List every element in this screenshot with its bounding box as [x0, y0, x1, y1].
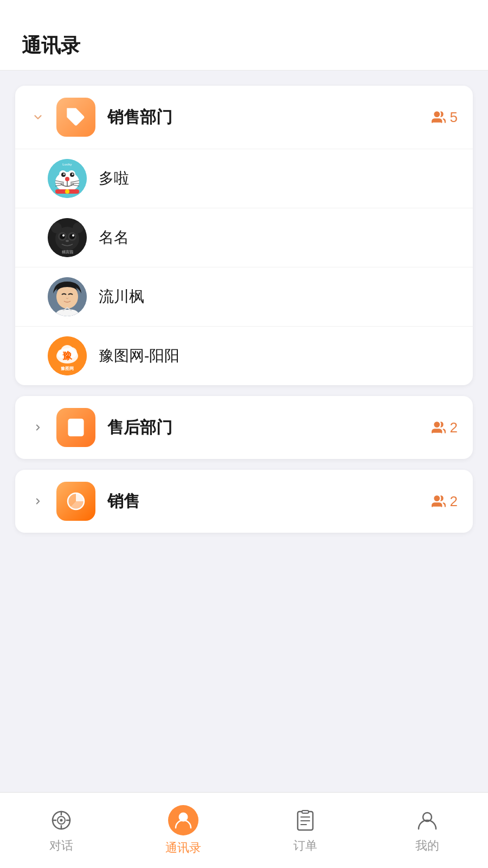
member-row-liuchuan[interactable]: 流川枫 — [15, 267, 473, 326]
svg-point-25 — [60, 234, 65, 239]
count-label-aftersales: 2 — [450, 419, 458, 436]
member-count-aftersales: 2 — [432, 419, 458, 436]
orders-icon — [292, 807, 318, 833]
member-count-xsgroup: 2 — [432, 493, 458, 510]
svg-point-9 — [72, 174, 74, 175]
svg-point-27 — [62, 234, 65, 237]
dept-name-xsgroup: 销售 — [107, 490, 432, 513]
dept-name-sales: 销售部门 — [107, 106, 432, 129]
dept-card-sales: 销售部门 5 — [15, 86, 473, 385]
svg-point-29 — [66, 240, 69, 242]
member-count-sales: 5 — [432, 109, 458, 126]
dept-header-aftersales[interactable]: 售后部门 2 — [15, 396, 473, 459]
svg-text:稿宫园: 稿宫园 — [61, 250, 73, 254]
svg-point-8 — [63, 174, 65, 175]
svg-point-28 — [72, 234, 74, 237]
svg-point-48 — [434, 422, 439, 427]
chevron-right-icon-xsgroup — [30, 494, 46, 509]
avatar-yutuwang: 豫 豫图网 — [48, 336, 87, 375]
member-name-mingming: 名名 — [99, 227, 129, 248]
member-name-yutuwang: 豫图网-阳阳 — [99, 346, 179, 366]
member-row-duola[interactable]: Lucky 多啦 — [15, 149, 473, 208]
nav-item-orders[interactable]: 订单 — [244, 802, 366, 859]
svg-text:豫图网: 豫图网 — [61, 366, 74, 371]
chevron-down-icon — [30, 110, 46, 125]
svg-point-19 — [65, 189, 69, 194]
dept-icon-aftersales — [56, 408, 95, 447]
nav-item-mine[interactable]: 我的 — [366, 802, 488, 859]
nav-label-contacts: 通讯录 — [165, 840, 201, 856]
member-row-yutuwang[interactable]: 豫 豫图网 豫图网-阳阳 — [15, 326, 473, 385]
nav-label-mine: 我的 — [415, 838, 439, 854]
svg-point-53 — [60, 819, 62, 821]
member-name-duola: 多啦 — [99, 168, 129, 189]
dept-icon-xsgroup — [56, 482, 95, 521]
svg-text:Lucky: Lucky — [62, 163, 72, 166]
nav-item-contacts[interactable]: 通讯录 — [122, 800, 244, 861]
svg-point-26 — [69, 234, 75, 239]
count-label-xsgroup: 2 — [450, 493, 458, 510]
dept-name-aftersales: 售后部门 — [107, 417, 432, 439]
dept-header-xsgroup[interactable]: 销售 2 — [15, 470, 473, 533]
bottom-navigation: 对话 通讯录 订单 — [0, 792, 488, 868]
main-content: 销售部门 5 — [0, 71, 488, 620]
dept-icon-sales — [56, 98, 95, 137]
nav-item-chat[interactable]: 对话 — [0, 802, 122, 859]
member-name-liuchuan: 流川枫 — [99, 286, 144, 307]
svg-point-10 — [65, 177, 69, 181]
page-title: 通讯录 — [22, 33, 466, 59]
page-header: 通讯录 — [0, 0, 488, 71]
dept-header-sales[interactable]: 销售部门 5 — [15, 86, 473, 149]
nav-label-chat: 对话 — [49, 838, 73, 854]
chat-icon — [48, 807, 74, 833]
dept-card-xsgroup: 销售 2 — [15, 470, 473, 533]
member-row-mingming[interactable]: 稿宫园 名名 — [15, 208, 473, 267]
mine-icon — [414, 807, 440, 833]
svg-point-50 — [434, 496, 439, 501]
nav-label-orders: 订单 — [293, 838, 317, 854]
dept-card-aftersales: 售后部门 2 — [15, 396, 473, 459]
svg-point-30 — [51, 222, 62, 233]
svg-point-1 — [434, 112, 439, 117]
avatar-mingming: 稿宫园 — [48, 218, 87, 257]
chevron-right-icon-aftersales — [30, 420, 46, 435]
svg-text:豫: 豫 — [62, 350, 73, 361]
svg-rect-63 — [302, 810, 309, 813]
svg-point-31 — [73, 222, 84, 233]
count-label-sales: 5 — [450, 109, 458, 126]
avatar-duola: Lucky — [48, 159, 87, 198]
contacts-icon — [168, 805, 198, 835]
avatar-liuchuan — [48, 277, 87, 316]
